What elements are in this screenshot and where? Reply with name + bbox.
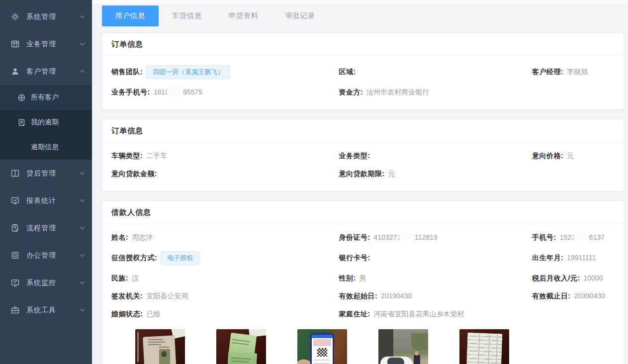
sales-team-tag[interactable]: 四团一营（直属王鹏飞） <box>146 65 230 79</box>
table-icon <box>11 40 19 48</box>
sidebar-item-all-customers[interactable]: 所有客户 <box>0 85 92 110</box>
field-mobile: 手机号:15236137 <box>532 233 615 242</box>
card-title: 订单信息 <box>102 33 624 56</box>
document-icon <box>18 118 26 126</box>
chevron-down-icon <box>80 41 85 46</box>
field-business-phone: 业务手机号:181095575 <box>111 88 339 97</box>
book-icon <box>11 169 19 178</box>
sidebar-item-label: 系统管理 <box>26 12 81 21</box>
sidebar: 系统管理 业务管理 客户管理 所有客户 我的逾期 逾期信息 <box>0 0 92 364</box>
chevron-down-icon <box>80 225 85 230</box>
credit-auth-tag[interactable]: 电子授权 <box>161 251 199 265</box>
card-title: 订单信息 <box>102 119 624 142</box>
sidebar-item-overdue-info[interactable]: 逾期信息 <box>0 135 92 160</box>
field-vehicle-type: 车辆类型:二手车 <box>111 152 339 161</box>
field-valid-to: 有效截止日:20390430 <box>532 292 615 301</box>
sidebar-item-label: 我的逾期 <box>31 118 59 127</box>
redaction-mask <box>575 233 590 241</box>
field-intent-loan-amount: 意向贷款金额: <box>111 170 339 179</box>
field-intent-loan-term: 意向贷款期限:元 <box>339 170 532 179</box>
sidebar-item-my-overdue[interactable]: 我的逾期 <box>0 110 92 135</box>
sidebar-item-system-tools[interactable]: 系统工具 <box>0 296 92 324</box>
order-info-card-1: 订单信息 销售团队:四团一营（直属王鹏飞） 区域: 客户经理:李晓旭 业务手机号… <box>102 32 624 110</box>
field-name: 姓名:周志洋 <box>111 233 339 242</box>
sidebar-item-office-mgmt[interactable]: 办公管理 <box>0 242 92 269</box>
field-monthly-income: 税后月收入/元:10000 <box>532 274 615 283</box>
monitor-check-icon <box>11 278 19 287</box>
sidebar-item-system-monitor[interactable]: 系统监控 <box>0 269 92 296</box>
field-valid-from: 有效起始日:20190430 <box>339 292 532 301</box>
sidebar-item-label: 客户管理 <box>26 67 81 76</box>
chevron-down-icon <box>80 170 85 175</box>
wheel-icon <box>18 93 26 101</box>
sidebar-item-process-mgmt[interactable]: 流程管理 <box>0 214 92 242</box>
borrower-photos: 本人照 驾驶证照片 <box>135 329 615 364</box>
field-business-type: 业务类型: <box>339 152 532 161</box>
chevron-up-icon <box>80 70 85 75</box>
clipboard-icon <box>11 224 19 232</box>
photo-item: 其他资料 <box>459 329 509 364</box>
monitor-icon <box>11 196 19 205</box>
customer-mgmt-submenu: 所有客户 我的逾期 逾期信息 <box>0 85 92 160</box>
sidebar-item-label: 系统工具 <box>26 306 81 315</box>
field-ethnicity: 民族:汉 <box>111 274 339 283</box>
field-credit-auth-method: 征信授权方式:电子授权 <box>111 251 339 265</box>
qr-code <box>317 348 327 357</box>
field-sales-team: 销售团队:四团一营（直属王鹏飞） <box>111 65 339 79</box>
chevron-down-icon <box>80 13 85 18</box>
redaction-mask <box>400 233 415 241</box>
sidebar-item-label: 系统监控 <box>26 278 81 287</box>
sidebar-item-label: 报表统计 <box>26 196 81 205</box>
field-home-address: 家庭住址:河南省宜阳县花果山乡木柴村 <box>339 310 532 319</box>
tab-approval-records[interactable]: 审批记录 <box>272 5 329 26</box>
field-marital-status: 婚姻状态:已婚 <box>111 310 339 319</box>
chevron-down-icon <box>80 279 85 284</box>
tab-user-info[interactable]: 用户信息 <box>102 5 159 26</box>
tab-loan-application-docs[interactable]: 申贷资料 <box>215 5 272 26</box>
sidebar-item-customer-mgmt[interactable]: 客户管理 <box>0 58 92 85</box>
field-id-number: 身份证号:4103271112819 <box>339 233 532 242</box>
user-icon <box>11 67 19 76</box>
photo-item: 人车照 <box>378 329 428 364</box>
sidebar-item-business-mgmt[interactable]: 业务管理 <box>0 30 92 58</box>
detail-tabs: 用户信息 车贷信息 申贷资料 审批记录 <box>102 5 624 26</box>
sidebar-item-postloan-mgmt[interactable]: 贷后管理 <box>0 160 92 187</box>
photo-item: 征信授权 <box>297 329 347 364</box>
toolbox-icon <box>11 306 19 314</box>
field-gender: 性别:男 <box>339 274 532 283</box>
field-birth-date: 出生年月:19911111 <box>532 254 615 263</box>
field-region: 区域: <box>339 68 532 77</box>
sidebar-item-system-mgmt[interactable]: 系统管理 <box>0 3 92 30</box>
field-issuing-authority: 签发机关:宜阳县公安局 <box>111 292 339 301</box>
sidebar-item-label: 所有客户 <box>31 93 59 102</box>
other-document-photo-thumbnail[interactable] <box>459 329 509 364</box>
chevron-down-icon <box>80 307 85 312</box>
field-bank-card: 银行卡号: <box>339 254 532 263</box>
field-account-manager: 客户经理:李晓旭 <box>532 68 615 77</box>
driving-license-photo-thumbnail[interactable] <box>216 329 266 364</box>
field-funder: 资金方:汝州市农村商业银行 <box>339 88 532 97</box>
credit-auth-qr-photo-thumbnail[interactable] <box>297 329 347 364</box>
tab-car-loan-info[interactable]: 车贷信息 <box>159 5 215 26</box>
square-icon <box>11 251 19 260</box>
sidebar-item-report-stats[interactable]: 报表统计 <box>0 187 92 214</box>
photo-item: 本人照 <box>135 329 185 364</box>
photo-item: 驾驶证照片 <box>216 329 266 364</box>
field-intent-price: 意向价格:元 <box>532 152 615 161</box>
sidebar-item-label: 逾期信息 <box>31 143 59 152</box>
borrower-info-card: 借款人信息 姓名:周志洋 身份证号:4103271112819 手机号:1523… <box>102 200 624 364</box>
sidebar-item-label: 办公管理 <box>26 251 81 260</box>
sidebar-item-label: 流程管理 <box>26 224 81 233</box>
chevron-down-icon <box>80 197 85 202</box>
top-bar <box>92 0 628 4</box>
redaction-mask <box>169 88 183 95</box>
main-content: 用户信息 车贷信息 申贷资料 审批记录 订单信息 销售团队:四团一营（直属王鹏飞… <box>92 0 628 364</box>
card-title: 借款人信息 <box>102 201 624 224</box>
chevron-down-icon <box>80 252 85 257</box>
gear-icon <box>11 12 19 21</box>
sidebar-item-label: 业务管理 <box>26 40 81 49</box>
id-card-photo-thumbnail[interactable] <box>135 329 185 364</box>
person-car-photo-thumbnail[interactable] <box>378 329 428 364</box>
sidebar-item-label: 贷后管理 <box>26 169 81 178</box>
order-info-card-2: 订单信息 车辆类型:二手车 业务类型: 意向价格:元 意向贷款金额: 意向贷款期… <box>102 119 624 191</box>
